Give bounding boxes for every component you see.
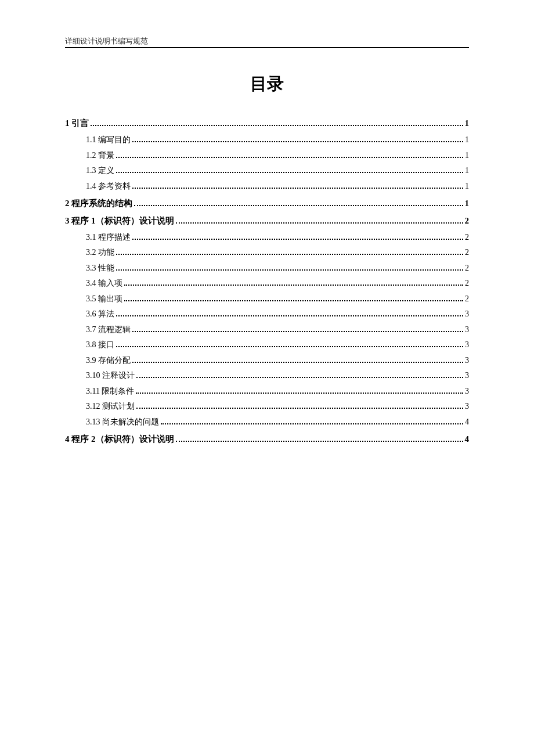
toc-number: 3.13 xyxy=(86,417,100,426)
toc-text: 尚未解决的问题 xyxy=(100,417,160,426)
toc-label: 4 程序 2（标识符）设计说明 xyxy=(65,434,174,445)
toc-entry: 4 程序 2（标识符）设计说明 4 xyxy=(65,434,469,445)
toc-label: 1.4 参考资料 xyxy=(86,181,131,192)
toc-leader-dots xyxy=(132,362,463,363)
toc-leader-dots xyxy=(132,331,463,332)
toc-leader-dots xyxy=(132,239,463,240)
toc-leader-dots xyxy=(176,441,463,442)
toc-entry: 1.1 编写目的 1 xyxy=(86,135,469,145)
toc-page-number: 2 xyxy=(465,264,469,273)
toc-page-number: 3 xyxy=(465,340,469,350)
toc-text: 接口 xyxy=(96,340,115,349)
toc-number: 2 xyxy=(65,199,70,208)
toc-text: 程序 1（标识符）设计说明 xyxy=(70,216,174,225)
toc-page-number: 2 xyxy=(465,294,469,304)
toc-number: 3 xyxy=(65,216,70,225)
toc-number: 3.12 xyxy=(86,402,100,411)
toc-entry: 1.3 定义 1 xyxy=(86,165,469,176)
page-header: 详细设计说明书编写规范 xyxy=(65,36,469,46)
toc-leader-dots xyxy=(116,254,463,255)
toc-text: 输出项 xyxy=(96,294,123,303)
toc-number: 3.6 xyxy=(86,309,96,318)
toc-number: 3.5 xyxy=(86,294,96,303)
toc-leader-dots xyxy=(124,300,463,301)
toc-container: 1 引言 11.1 编写目的 11.2 背景 11.3 定义 11.4 参考资料… xyxy=(65,118,469,445)
toc-label: 3.5 输出项 xyxy=(86,294,122,304)
toc-leader-dots xyxy=(116,157,463,158)
toc-number: 3.4 xyxy=(86,279,96,287)
toc-entry: 3.13 尚未解决的问题 4 xyxy=(86,417,469,427)
toc-number: 1.1 xyxy=(86,135,96,144)
toc-page-number: 1 xyxy=(465,182,469,191)
toc-entry: 3.3 性能 2 xyxy=(86,263,469,273)
toc-leader-dots xyxy=(124,285,463,286)
toc-page-number: 1 xyxy=(465,151,469,160)
toc-text: 引言 xyxy=(70,118,89,128)
toc-text: 定义 xyxy=(96,166,115,175)
toc-leader-dots xyxy=(161,423,463,424)
toc-label: 3.11 限制条件 xyxy=(86,386,134,397)
toc-label: 3.8 接口 xyxy=(86,340,114,350)
toc-text: 程序描述 xyxy=(96,233,131,242)
toc-text: 输入项 xyxy=(96,279,123,287)
toc-entry: 3.7 流程逻辑 3 xyxy=(86,325,469,335)
toc-number: 1.3 xyxy=(86,166,96,175)
toc-text: 限制条件 xyxy=(100,387,135,395)
toc-page-number: 3 xyxy=(465,402,469,411)
toc-leader-dots xyxy=(136,393,463,394)
toc-entry: 1.4 参考资料 1 xyxy=(86,181,469,192)
toc-leader-dots xyxy=(176,222,463,224)
toc-label: 3.13 尚未解决的问题 xyxy=(86,417,159,427)
toc-leader-dots xyxy=(116,315,463,316)
toc-page-number: 3 xyxy=(465,309,469,319)
toc-text: 程序 2（标识符）设计说明 xyxy=(70,434,174,444)
toc-number: 3.8 xyxy=(86,340,96,349)
toc-label: 3.9 存储分配 xyxy=(86,355,131,366)
toc-entry: 3.1 程序描述 2 xyxy=(86,232,469,243)
toc-page-number: 3 xyxy=(465,371,469,380)
toc-entry: 3.6 算法 3 xyxy=(86,309,469,319)
toc-label: 1.3 定义 xyxy=(86,165,114,176)
toc-number: 1 xyxy=(65,118,70,128)
toc-page-number: 2 xyxy=(465,216,470,226)
toc-title: 目录 xyxy=(65,73,469,96)
toc-label: 3.6 算法 xyxy=(86,309,114,319)
toc-leader-dots xyxy=(116,346,463,347)
toc-page-number: 3 xyxy=(465,356,469,365)
toc-entry: 3.2 功能 2 xyxy=(86,247,469,258)
toc-label: 3.10 注释设计 xyxy=(86,370,135,381)
toc-page-number: 2 xyxy=(465,279,469,288)
toc-page-number: 1 xyxy=(465,199,470,208)
toc-label: 3.1 程序描述 xyxy=(86,232,131,243)
toc-entry: 3.10 注释设计 3 xyxy=(86,370,469,381)
toc-text: 程序系统的结构 xyxy=(70,199,133,208)
toc-page-number: 4 xyxy=(465,417,469,427)
toc-leader-dots xyxy=(91,125,463,126)
toc-text: 流程逻辑 xyxy=(96,325,131,334)
toc-entry: 3.4 输入项 2 xyxy=(86,278,469,289)
toc-leader-dots xyxy=(132,188,463,189)
toc-label: 3.7 流程逻辑 xyxy=(86,325,131,335)
toc-entry: 3.9 存储分配 3 xyxy=(86,355,469,366)
toc-text: 存储分配 xyxy=(96,356,131,365)
toc-page-number: 1 xyxy=(465,135,469,145)
toc-entry: 3.5 输出项 2 xyxy=(86,294,469,304)
toc-text: 功能 xyxy=(96,248,115,257)
toc-text: 测试计划 xyxy=(100,402,135,411)
toc-page-number: 1 xyxy=(465,166,469,175)
toc-text: 背景 xyxy=(96,151,115,160)
toc-leader-dots xyxy=(136,408,463,409)
toc-entry: 3.11 限制条件 3 xyxy=(86,386,469,397)
toc-label: 2 程序系统的结构 xyxy=(65,198,132,209)
toc-text: 性能 xyxy=(96,264,115,272)
toc-entry: 1 引言 1 xyxy=(65,118,469,129)
toc-page-number: 2 xyxy=(465,248,469,257)
toc-label: 3.12 测试计划 xyxy=(86,401,135,412)
toc-label: 1.1 编写目的 xyxy=(86,135,131,145)
toc-entry: 2 程序系统的结构 1 xyxy=(65,198,469,209)
toc-page-number: 3 xyxy=(465,325,469,334)
toc-leader-dots xyxy=(116,172,463,173)
toc-text: 编写目的 xyxy=(96,135,131,144)
toc-leader-dots xyxy=(134,205,463,206)
header-rule xyxy=(65,47,469,48)
